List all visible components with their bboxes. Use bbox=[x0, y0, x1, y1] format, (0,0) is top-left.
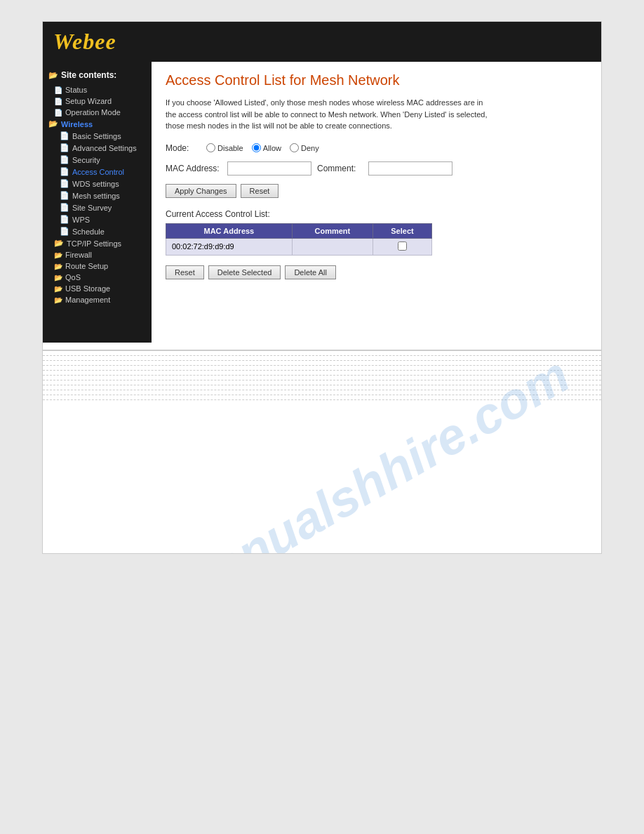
reset-button-top[interactable]: Reset bbox=[241, 184, 279, 198]
doc-icon-opmode: 📄 bbox=[54, 109, 62, 117]
header-bar: Webee bbox=[43, 22, 601, 62]
doc-icon-wds: 📄 bbox=[60, 179, 69, 188]
doc-icon-mesh: 📄 bbox=[60, 191, 69, 200]
doc-icon-wps: 📄 bbox=[60, 215, 69, 224]
doc-icon-status: 📄 bbox=[54, 86, 62, 94]
logo: Webee bbox=[53, 29, 116, 55]
doc-icon-setup: 📄 bbox=[54, 98, 62, 105]
doc-icon-advanced: 📄 bbox=[60, 143, 69, 152]
divider-4 bbox=[43, 370, 601, 371]
doc-icon-firewall: 📂 bbox=[54, 251, 62, 259]
mac-address-input[interactable] bbox=[227, 161, 311, 176]
divider-10 bbox=[43, 399, 601, 400]
radio-disable-input[interactable] bbox=[206, 143, 215, 152]
reset-button-bottom[interactable]: Reset bbox=[166, 265, 204, 279]
main-container: Webee 📂 Site contents: 📄 Status 📄 Setup … bbox=[42, 21, 602, 554]
dashed-lines bbox=[43, 343, 601, 407]
sidebar-item-route-setup[interactable]: 📂 Route Setup bbox=[43, 260, 152, 272]
doc-icon-basic: 📄 bbox=[60, 131, 69, 140]
mac-cell: 00:02:72:d9:d9:d9 bbox=[166, 238, 293, 255]
sidebar-item-access-control[interactable]: 📄 Access Control bbox=[43, 166, 152, 178]
mac-address-label: MAC Address: bbox=[166, 164, 222, 173]
comment-input[interactable] bbox=[368, 161, 452, 176]
doc-icon-qos: 📂 bbox=[54, 274, 62, 282]
divider-1 bbox=[43, 355, 601, 356]
sidebar-item-advanced-settings[interactable]: 📄 Advanced Settings bbox=[43, 142, 152, 154]
sidebar-title: 📂 Site contents: bbox=[43, 67, 152, 84]
radio-deny[interactable]: Deny bbox=[290, 143, 319, 152]
current-list-title: Current Access Control List: bbox=[166, 209, 587, 219]
radio-allow[interactable]: Allow bbox=[252, 143, 281, 152]
sidebar-item-qos[interactable]: 📂 QoS bbox=[43, 272, 152, 283]
sidebar-item-wps[interactable]: 📄 WPS bbox=[43, 213, 152, 225]
divider-3 bbox=[43, 365, 601, 366]
main-content: Access Control List for Mesh Network If … bbox=[152, 62, 601, 343]
sidebar-item-basic-settings[interactable]: 📄 Basic Settings bbox=[43, 130, 152, 142]
divider-7 bbox=[43, 385, 601, 385]
sidebar-group-wireless[interactable]: 📂 Wireless bbox=[43, 118, 152, 130]
mode-radio-group: Disable Allow Deny bbox=[206, 143, 319, 152]
divider-9 bbox=[43, 395, 601, 395]
comment-cell bbox=[292, 238, 373, 255]
table-row: 00:02:72:d9:d9:d9 bbox=[166, 238, 432, 255]
description-text: If you choose 'Allowed Listed', only tho… bbox=[166, 97, 495, 132]
sidebar-item-usb-storage[interactable]: 📂 USB Storage bbox=[43, 283, 152, 294]
radio-allow-input[interactable] bbox=[252, 143, 261, 152]
sidebar-item-management[interactable]: 📂 Management bbox=[43, 294, 152, 305]
divider-8 bbox=[43, 390, 601, 390]
sidebar-item-schedule[interactable]: 📄 Schedule bbox=[43, 225, 152, 237]
sidebar-item-tcpip[interactable]: 📂 TCP/IP Settings bbox=[43, 237, 152, 249]
divider-5 bbox=[43, 375, 601, 376]
col-select: Select bbox=[373, 223, 431, 238]
body-layout: 📂 Site contents: 📄 Status 📄 Setup Wizard… bbox=[43, 62, 601, 343]
col-mac-address: MAC Address bbox=[166, 223, 293, 238]
folder-icon-tcpip: 📂 bbox=[54, 239, 64, 248]
sidebar-item-security[interactable]: 📄 Security bbox=[43, 154, 152, 166]
col-comment: Comment bbox=[292, 223, 373, 238]
bottom-button-row: Reset Delete Selected Delete All bbox=[166, 265, 587, 279]
acl-table: MAC Address Comment Select 00:02:72:d9:d… bbox=[166, 223, 432, 256]
current-acl-section: Current Access Control List: MAC Address… bbox=[166, 209, 587, 256]
radio-disable[interactable]: Disable bbox=[206, 143, 243, 152]
doc-icon-schedule: 📄 bbox=[60, 227, 69, 236]
sidebar-item-operation-mode[interactable]: 📄 Operation Mode bbox=[43, 107, 152, 118]
mode-row: Mode: Disable Allow Deny bbox=[166, 143, 587, 153]
sidebar-item-mesh-settings[interactable]: 📄 Mesh settings bbox=[43, 190, 152, 201]
sidebar-item-setup-wizard[interactable]: 📄 Setup Wizard bbox=[43, 95, 152, 107]
folder-icon-wireless: 📂 bbox=[48, 119, 58, 128]
delete-selected-button[interactable]: Delete Selected bbox=[208, 265, 281, 279]
radio-deny-input[interactable] bbox=[290, 143, 299, 152]
doc-icon-security: 📄 bbox=[60, 155, 69, 164]
apply-changes-button[interactable]: Apply Changes bbox=[166, 184, 236, 198]
outer-wrapper: Webee 📂 Site contents: 📄 Status 📄 Setup … bbox=[0, 0, 644, 575]
sidebar-item-status[interactable]: 📄 Status bbox=[43, 84, 152, 95]
divider-thick-1 bbox=[43, 350, 601, 351]
comment-label: Comment: bbox=[317, 164, 363, 173]
mac-row: MAC Address: Comment: bbox=[166, 161, 587, 176]
sidebar-item-firewall[interactable]: 📂 Firewall bbox=[43, 249, 152, 260]
apply-reset-row: Apply Changes Reset bbox=[166, 184, 587, 198]
mode-label: Mode: bbox=[166, 143, 201, 153]
doc-icon-usb: 📂 bbox=[54, 285, 62, 293]
sidebar: 📂 Site contents: 📄 Status 📄 Setup Wizard… bbox=[43, 62, 152, 343]
watermark-area: manualshhire.com bbox=[43, 343, 601, 553]
doc-icon-route: 📂 bbox=[54, 263, 62, 270]
sidebar-item-wds-settings[interactable]: 📄 WDS settings bbox=[43, 178, 152, 190]
doc-icon-management: 📂 bbox=[54, 296, 62, 304]
select-cell[interactable] bbox=[373, 238, 431, 255]
doc-icon-site-survey: 📄 bbox=[60, 203, 69, 212]
sidebar-item-site-survey[interactable]: 📄 Site Survey bbox=[43, 201, 152, 213]
divider-6 bbox=[43, 380, 601, 380]
sidebar-folder-icon: 📂 bbox=[48, 71, 58, 80]
delete-all-button[interactable]: Delete All bbox=[285, 265, 335, 279]
doc-icon-acl: 📄 bbox=[60, 167, 69, 176]
divider-2 bbox=[43, 360, 601, 361]
row-checkbox[interactable] bbox=[398, 241, 407, 251]
page-title: Access Control List for Mesh Network bbox=[166, 72, 587, 88]
